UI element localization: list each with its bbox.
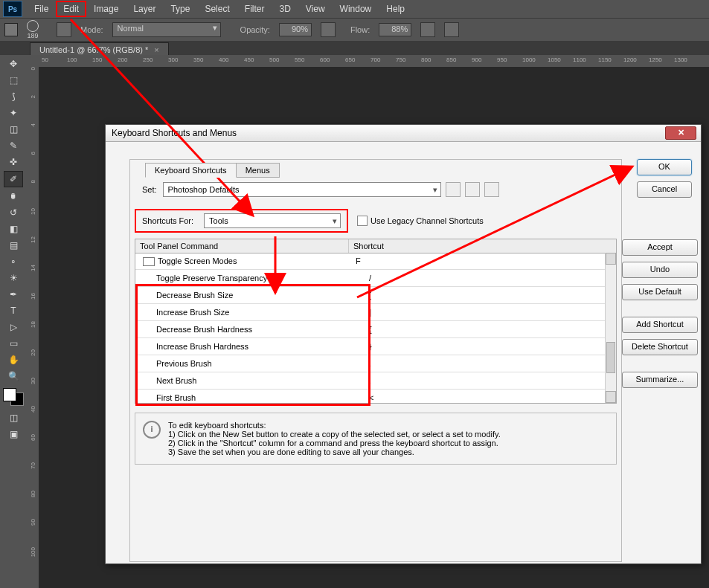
column-command[interactable]: Tool Panel Command (135, 239, 349, 253)
options-bar: 189 Mode: Normal Opacity: 90% Flow: 88% (0, 18, 709, 42)
dialog-close-button[interactable]: ✕ (665, 126, 696, 140)
crop-tool[interactable]: ◫ (4, 122, 22, 137)
scroll-thumb[interactable] (606, 342, 615, 373)
row-shortcut[interactable]: < (365, 390, 606, 403)
ruler-tick-v: 0 (30, 67, 36, 70)
shortcut-row[interactable]: Decrease Brush Size[ (135, 287, 606, 304)
eraser-tool[interactable]: ◧ (4, 222, 22, 236)
tab-keyboard-shortcuts[interactable]: Keyboard Shortcuts (145, 163, 237, 178)
gradient-tool[interactable]: ▤ (4, 238, 22, 253)
menu-select[interactable]: Select (197, 1, 237, 17)
scroll-down-icon[interactable] (606, 391, 616, 403)
color-swatches[interactable] (3, 388, 24, 406)
row-shortcut[interactable]: { (365, 321, 606, 337)
delete-shortcut-button[interactable]: Delete Shortcut (622, 339, 698, 355)
menu-edit[interactable]: Edit (56, 1, 86, 17)
ruler-tick: 1000 (522, 56, 536, 63)
shortcut-row[interactable]: Previous Brush, (135, 355, 606, 372)
menu-layer[interactable]: Layer (126, 1, 163, 17)
menu-type[interactable]: Type (163, 1, 197, 17)
legacy-checkbox[interactable] (357, 216, 368, 226)
shortcut-row[interactable]: First Brush< (135, 390, 606, 403)
lasso-tool[interactable]: ⟆ (4, 89, 22, 104)
flow-label: Flow: (350, 25, 370, 34)
flow-input[interactable]: 88% (379, 23, 411, 36)
add-shortcut-button[interactable]: Add Shortcut (622, 317, 698, 333)
row-shortcut[interactable]: ] (365, 304, 606, 320)
menu-3d[interactable]: 3D (272, 1, 298, 17)
undo-button[interactable]: Undo (622, 262, 698, 278)
path-tool[interactable]: ▷ (4, 320, 22, 335)
ruler-tick: 1250 (649, 56, 662, 63)
brush-tool[interactable]: ✐ (4, 171, 23, 187)
menu-image[interactable]: Image (86, 1, 126, 17)
ruler-tick-v: 30 (30, 378, 36, 384)
ruler-tick: 250 (143, 56, 153, 63)
type-tool[interactable]: T (4, 303, 22, 318)
delete-set-icon[interactable] (484, 182, 499, 197)
tablet-pressure-icon[interactable] (444, 22, 459, 37)
healing-tool[interactable]: ✜ (4, 155, 22, 169)
shortcuts-dialog: Keyboard Shortcuts and Menus ✕ OK Cancel… (105, 124, 702, 564)
info-line-3: 3) Save the set when you are done editin… (168, 448, 501, 456)
opacity-input[interactable]: 90% (279, 23, 312, 36)
set-select[interactable]: Photoshop Defaults (163, 182, 441, 197)
hand-tool[interactable]: ✋ (4, 352, 22, 367)
shortcut-row[interactable]: Increase Brush Hardness} (135, 338, 606, 355)
row-shortcut[interactable]: F (351, 253, 606, 269)
dialog-titlebar[interactable]: Keyboard Shortcuts and Menus ✕ (106, 125, 701, 142)
menu-view[interactable]: View (298, 1, 333, 17)
menu-file[interactable]: File (27, 1, 56, 17)
summarize-button[interactable]: Summarize... (622, 372, 698, 388)
document-tabs: Untitled-1 @ 66.7% (RGB/8) * × (0, 42, 709, 56)
ruler-tick: 450 (244, 56, 254, 63)
use-default-button[interactable]: Use Default (622, 284, 698, 300)
ruler-tick: 100 (67, 56, 77, 63)
ruler-tick: 650 (345, 56, 355, 63)
stamp-tool[interactable]: ⧯ (4, 189, 22, 204)
menu-window[interactable]: Window (333, 1, 379, 17)
marquee-tool[interactable]: ⬚ (4, 73, 22, 88)
new-set-icon[interactable] (446, 182, 461, 197)
shortcut-row[interactable]: Increase Brush Size] (135, 304, 606, 321)
shortcut-row[interactable]: Toggle Preserve Transparency/ (135, 270, 606, 287)
shortcut-row[interactable]: Toggle Screen ModesF (135, 253, 606, 270)
history-brush-tool[interactable]: ↺ (4, 205, 22, 220)
close-tab-icon[interactable]: × (154, 45, 158, 54)
move-tool[interactable]: ✥ (4, 56, 22, 71)
save-set-icon[interactable] (465, 182, 480, 197)
zoom-tool[interactable]: 🔍 (4, 369, 22, 384)
shortcuts-for-select[interactable]: Tools (204, 213, 341, 228)
row-shortcut[interactable]: [ (365, 287, 606, 303)
row-shortcut[interactable]: , (365, 355, 606, 372)
screenmode-icon[interactable]: ▣ (4, 427, 22, 442)
quickmask-icon[interactable]: ◫ (4, 410, 22, 425)
row-shortcut[interactable]: } (365, 338, 606, 355)
brush-preset-picker[interactable]: 189 (27, 20, 48, 39)
brush-panel-icon[interactable] (57, 22, 71, 37)
row-shortcut[interactable]: . (365, 372, 606, 389)
menu-filter[interactable]: Filter (237, 1, 272, 17)
row-shortcut[interactable]: / (365, 270, 606, 286)
grid-scrollbar[interactable] (605, 253, 616, 403)
column-shortcut[interactable]: Shortcut (349, 239, 616, 253)
eyedropper-tool[interactable]: ✎ (4, 138, 22, 153)
legacy-label: Use Legacy Channel Shortcuts (370, 216, 484, 225)
shortcut-row[interactable]: Decrease Brush Hardness{ (135, 321, 606, 338)
opacity-pressure-icon[interactable] (321, 22, 336, 37)
scroll-up-icon[interactable] (606, 253, 616, 265)
wand-tool[interactable]: ✦ (4, 106, 22, 120)
blur-tool[interactable]: ∘ (4, 254, 22, 269)
accept-button[interactable]: Accept (622, 239, 698, 256)
cancel-button[interactable]: Cancel (637, 181, 692, 198)
shortcut-row[interactable]: Next Brush. (135, 372, 606, 390)
tool-preset-icon[interactable] (4, 23, 18, 36)
dodge-tool[interactable]: ☀ (4, 271, 22, 285)
ok-button[interactable]: OK (637, 159, 692, 175)
shape-tool[interactable]: ▭ (4, 336, 22, 351)
mode-select[interactable]: Normal (112, 22, 221, 37)
pen-tool[interactable]: ✒ (4, 287, 22, 302)
ruler-tick: 750 (396, 56, 405, 63)
airbrush-icon[interactable] (420, 22, 435, 37)
menu-help[interactable]: Help (379, 1, 412, 17)
